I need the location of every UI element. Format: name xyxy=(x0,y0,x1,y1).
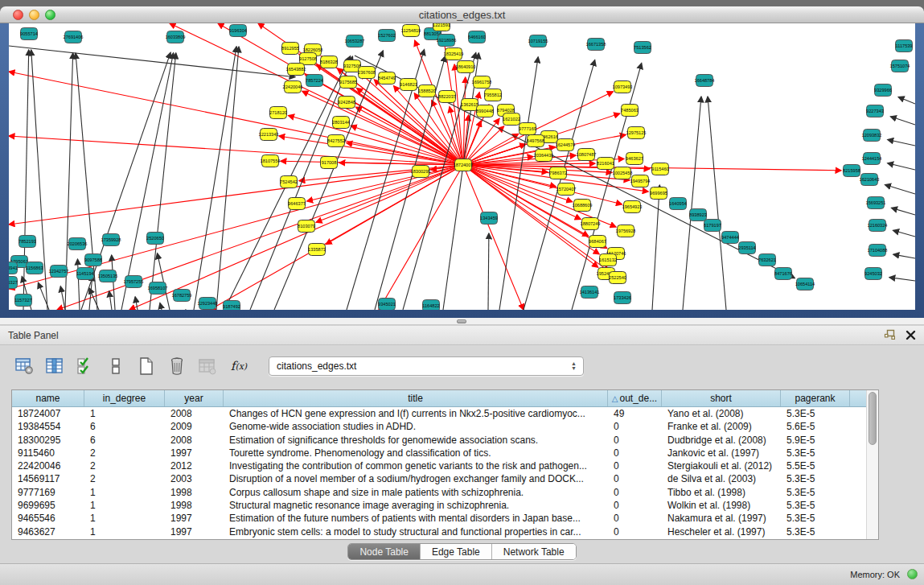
close-panel-icon[interactable] xyxy=(906,329,916,344)
network-node[interactable]: 10688609 xyxy=(573,200,593,212)
network-edge[interactable] xyxy=(210,165,463,310)
network-edge[interactable] xyxy=(885,185,915,194)
network-node[interactable]: 1221591 xyxy=(433,23,450,31)
network-node[interactable]: 8938923 xyxy=(689,209,707,221)
network-edge[interactable] xyxy=(81,52,170,310)
network-node[interactable]: 10025458 xyxy=(613,167,633,179)
network-node[interactable]: 2367608 xyxy=(358,67,376,79)
network-edge[interactable] xyxy=(109,291,112,310)
network-node[interactable]: 9175685 xyxy=(339,76,357,89)
function-builder-icon[interactable]: f(x) xyxy=(225,354,253,378)
network-edge[interactable] xyxy=(898,97,915,104)
network-node[interactable]: 9684067 xyxy=(589,236,606,248)
network-node[interactable]: 16543882 xyxy=(286,64,306,76)
column-header-name[interactable]: name xyxy=(12,390,84,406)
table-row[interactable]: 977716911998Corpus callosum shape and si… xyxy=(12,486,866,499)
network-node[interactable]: 12213343 xyxy=(259,129,279,141)
network-edge[interactable] xyxy=(889,278,915,281)
network-node[interactable]: 1117539 xyxy=(896,40,913,52)
network-node[interactable]: 9227343 xyxy=(866,105,884,117)
network-edge[interactable] xyxy=(708,97,726,310)
network-edge[interactable] xyxy=(893,230,915,237)
tab-node-table[interactable]: Node Table xyxy=(348,544,421,559)
network-node[interactable]: 12093832 xyxy=(862,130,882,142)
network-edge[interactable] xyxy=(893,254,915,258)
network-node[interactable]: 15720407 xyxy=(556,183,577,196)
network-node[interactable]: 8454749 xyxy=(378,72,396,84)
table-selector-dropdown[interactable]: citations_edges.txt ▲▼ xyxy=(269,356,584,376)
network-node[interactable]: 16033809 xyxy=(166,31,186,43)
network-node[interactable]: 9146821 xyxy=(400,79,417,91)
network-node[interactable]: 8216041 xyxy=(597,158,614,170)
network-node[interactable]: 27691406 xyxy=(64,31,84,43)
network-node[interactable]: 7632621 xyxy=(758,254,776,266)
network-node[interactable]: 17957255 xyxy=(124,276,144,288)
column-header-in_degree[interactable]: in_degree xyxy=(84,390,165,406)
network-node[interactable]: 12923448 xyxy=(198,298,218,310)
network-node[interactable]: 7986372 xyxy=(549,167,567,179)
network-node[interactable]: 16782759 xyxy=(172,290,192,302)
column-header-year[interactable]: year xyxy=(165,390,224,406)
network-node[interactable]: 3913941 xyxy=(9,262,18,274)
network-node[interactable]: 2935114 xyxy=(738,242,755,254)
network-node[interactable]: 19495794 xyxy=(630,175,651,187)
scrollbar-thumb[interactable] xyxy=(869,392,877,445)
network-edge[interactable] xyxy=(890,117,915,125)
table-row[interactable]: 1872400712008Changes of HCN gene express… xyxy=(12,407,866,420)
network-edge[interactable] xyxy=(499,57,538,310)
network-node[interactable]: 18724007 xyxy=(454,159,474,171)
select-columns-icon[interactable] xyxy=(72,354,98,378)
network-node[interactable]: 2803144 xyxy=(332,117,350,129)
network-edge[interactable] xyxy=(9,136,463,165)
table-row[interactable]: 969969511998Structural magnetic resonanc… xyxy=(12,499,866,512)
network-node[interactable]: 1733426 xyxy=(614,292,631,304)
table-row[interactable]: 946362711997Embryonic stem cells: a mode… xyxy=(12,525,866,538)
network-node[interactable]: 1615132 xyxy=(599,254,617,266)
network-node[interactable]: 12342757 xyxy=(49,266,69,278)
show-columns-icon[interactable] xyxy=(42,354,68,378)
network-node[interactable]: 12160324 xyxy=(868,220,888,232)
network-node[interactable]: 7485063 xyxy=(621,105,639,117)
network-node[interactable]: 1640954 xyxy=(669,198,687,210)
network-node[interactable]: 10807487 xyxy=(577,149,597,161)
network-node[interactable]: 8215958 xyxy=(843,165,860,177)
network-node[interactable]: 9196304 xyxy=(229,25,247,37)
network-edge[interactable] xyxy=(892,208,915,215)
network-edge[interactable] xyxy=(216,47,239,310)
column-header-pagerank[interactable]: pagerank xyxy=(781,390,850,406)
network-node[interactable]: 16961758 xyxy=(472,76,492,89)
network-edge[interactable] xyxy=(60,286,65,310)
network-edge[interactable] xyxy=(135,297,138,310)
network-edge[interactable] xyxy=(652,185,659,310)
network-node[interactable]: 7524542 xyxy=(280,176,298,188)
table-row[interactable]: 2242004622012Investigating the contribut… xyxy=(12,459,866,472)
network-node[interactable]: 18640910 xyxy=(456,61,476,73)
network-node[interactable]: 7513562 xyxy=(634,42,651,54)
network-node[interactable]: 8912955 xyxy=(281,43,299,55)
table-settings-icon[interactable] xyxy=(11,354,37,378)
network-edge[interactable] xyxy=(160,303,162,310)
column-header-short[interactable]: short xyxy=(662,390,781,406)
zoom-window-button[interactable] xyxy=(45,10,55,20)
network-node[interactable]: 1588520 xyxy=(418,85,436,97)
import-table-icon[interactable] xyxy=(195,354,220,378)
network-node[interactable]: 16671358 xyxy=(586,39,606,51)
table-row[interactable]: 946554611997Estimation of the future num… xyxy=(12,512,866,525)
network-edge[interactable] xyxy=(38,282,49,310)
network-node[interactable]: 9115460 xyxy=(651,163,668,175)
network-node[interactable]: 15751074 xyxy=(890,60,910,72)
network-node[interactable]: 917008 xyxy=(321,157,338,169)
network-node[interactable]: 9777169 xyxy=(519,123,536,135)
network-edge[interactable] xyxy=(888,140,915,146)
network-node[interactable]: 9646377 xyxy=(288,198,306,210)
network-edge[interactable] xyxy=(888,163,915,170)
row-tools-icon[interactable] xyxy=(103,354,129,378)
column-header-out_degree[interactable]: △out_de... xyxy=(608,390,662,406)
network-node[interactable]: 9699695 xyxy=(650,187,667,200)
network-node[interactable]: 1156863 xyxy=(26,262,43,274)
table-vertical-scrollbar[interactable] xyxy=(866,390,878,539)
network-node[interactable]: 12975125 xyxy=(626,127,647,139)
network-node[interactable]: 12444154 xyxy=(862,153,882,165)
create-table-icon[interactable] xyxy=(133,354,159,378)
network-node[interactable]: 9474444 xyxy=(721,232,739,244)
